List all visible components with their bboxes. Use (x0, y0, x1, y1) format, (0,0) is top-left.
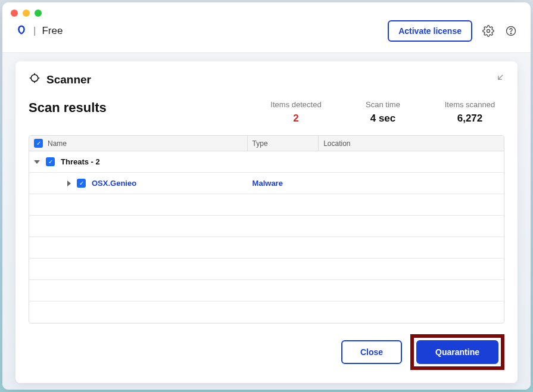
app-window: | Free Activate license Scanner (2, 2, 531, 390)
column-type[interactable]: Type (248, 136, 319, 151)
column-location[interactable]: Location (319, 136, 504, 151)
column-location-label: Location (323, 139, 350, 148)
stat-items-scanned: Items scanned 6,272 (440, 100, 500, 125)
brand-tier: Free (42, 25, 63, 37)
column-name[interactable]: ✓ Name (29, 136, 248, 151)
threat-name: OSX.Genieo (92, 179, 136, 188)
empty-row (29, 301, 504, 323)
collapse-icon[interactable] (496, 71, 507, 84)
svg-line-8 (498, 75, 503, 80)
summary-row: Scan results Items detected 2 Scan time … (29, 100, 504, 125)
quarantine-button[interactable]: Quarantine (416, 340, 498, 364)
svg-point-3 (31, 74, 38, 82)
brand-logo-icon (15, 24, 27, 39)
chevron-right-icon[interactable] (67, 181, 71, 186)
quarantine-highlight: Quarantine (410, 334, 504, 370)
column-name-label: Name (48, 139, 67, 148)
threat-type: Malware (248, 179, 319, 188)
group-row[interactable]: ✓ Threats - 2 (29, 151, 504, 173)
top-bar: | Free Activate license (2, 17, 531, 53)
panel-title: Scanner (46, 73, 91, 86)
threat-checkbox[interactable]: ✓ (77, 179, 86, 188)
stat-label: Items detected (266, 100, 326, 109)
empty-row (29, 237, 504, 259)
group-checkbox[interactable]: ✓ (46, 157, 55, 166)
content-area: Scanner Scan results Items detected 2 Sc… (2, 53, 531, 390)
empty-row (29, 259, 504, 280)
empty-row (29, 216, 504, 237)
select-all-checkbox[interactable]: ✓ (34, 139, 43, 148)
svg-point-0 (487, 30, 490, 33)
panel-footer: Close Quarantine (29, 334, 504, 370)
window-zoom-button[interactable] (35, 10, 42, 17)
results-table: ✓ Name Type Location ✓ (29, 135, 504, 323)
stat-items-detected: Items detected 2 (266, 100, 326, 125)
threat-row[interactable]: ✓ OSX.Genieo Malware (29, 173, 504, 194)
brand: | Free (15, 24, 63, 39)
stat-value: 2 (266, 113, 326, 125)
stat-label: Items scanned (440, 100, 500, 109)
window-traffic-lights (2, 2, 531, 17)
close-button[interactable]: Close (341, 340, 402, 364)
table-header: ✓ Name Type Location (29, 136, 504, 151)
panel-header: Scanner (29, 72, 504, 87)
table-body: ✓ Threats - 2 ✓ OSX.Genieo M (29, 151, 504, 323)
help-icon[interactable] (504, 24, 518, 38)
window-minimize-button[interactable] (23, 10, 30, 17)
empty-row (29, 194, 504, 216)
top-right-controls: Activate license (388, 20, 518, 42)
activate-license-button[interactable]: Activate license (388, 20, 472, 42)
results-title: Scan results (29, 100, 266, 116)
stat-value: 6,272 (440, 113, 500, 125)
scanner-panel: Scanner Scan results Items detected 2 Sc… (15, 61, 518, 383)
empty-row (29, 280, 504, 301)
window-close-button[interactable] (11, 10, 18, 17)
chevron-down-icon[interactable] (34, 160, 40, 164)
stat-label: Scan time (353, 100, 413, 109)
settings-icon[interactable] (482, 24, 495, 38)
stat-scan-time: Scan time 4 sec (353, 100, 413, 125)
stats: Items detected 2 Scan time 4 sec Items s… (266, 100, 500, 125)
brand-separator: | (33, 25, 36, 37)
crosshair-icon (29, 72, 40, 87)
column-type-label: Type (253, 139, 268, 148)
stat-value: 4 sec (353, 113, 413, 125)
group-label: Threats - 2 (61, 157, 100, 166)
svg-point-2 (510, 33, 511, 34)
